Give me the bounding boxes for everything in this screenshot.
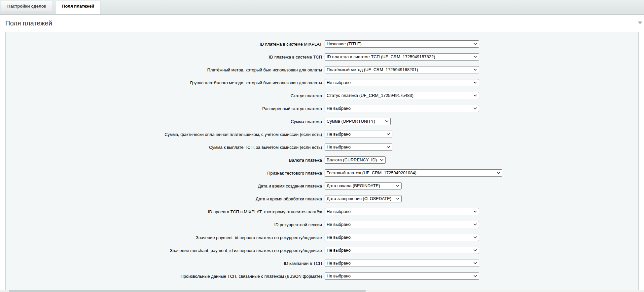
field-label: Расширенный статус платежа bbox=[6, 106, 325, 111]
field-select-wrap: Название (TITLE) bbox=[325, 40, 479, 48]
field-label: Платёжный метод, который был использован… bbox=[6, 67, 325, 72]
form-row: ID проекта ТСП в MIXPLAT, к которому отн… bbox=[6, 208, 638, 215]
field-select[interactable]: Дата начала (BEGINDATE) bbox=[325, 182, 402, 189]
collapse-section-icon[interactable] bbox=[638, 21, 642, 24]
horizontal-scrollbar-thumb[interactable] bbox=[9, 290, 366, 292]
field-select[interactable]: Не выбрано bbox=[325, 79, 479, 86]
tab-payment-fields[interactable]: Поля платежей bbox=[56, 1, 100, 14]
form-row: ID рекуррентной сессии Не выбрано bbox=[6, 221, 638, 228]
field-select[interactable]: Не выбрано bbox=[325, 208, 479, 215]
field-select-wrap: ID платежа в системе ТСП (UF_CRM_1725949… bbox=[325, 53, 479, 61]
field-select[interactable]: Не выбрано bbox=[325, 144, 392, 151]
field-label: Значение payment_id первого платежа по р… bbox=[6, 235, 325, 240]
form-rows-container: ID платежа в системе MIXPLAT Название (T… bbox=[6, 40, 638, 280]
field-select-wrap: Не выбрано bbox=[325, 221, 479, 228]
form-row: Группа платёжного метода, который был ис… bbox=[6, 79, 638, 86]
field-select-wrap: Не выбрано bbox=[325, 247, 479, 254]
field-label: Сумма к выплате ТСП, за вычетом комиссии… bbox=[6, 145, 325, 150]
field-select-wrap: Не выбрано bbox=[325, 144, 392, 151]
form-row: Значение payment_id первого платежа по р… bbox=[6, 234, 638, 241]
payment-fields-panel: ID платежа в системе MIXPLAT Название (T… bbox=[5, 32, 639, 292]
field-select[interactable]: Тестовый платеж (UF_CRM_1725949201084) bbox=[325, 169, 502, 177]
field-label: ID кампании в ТСП bbox=[6, 261, 325, 266]
field-select[interactable]: Не выбрано bbox=[325, 234, 479, 241]
page-title: Поля платежей bbox=[5, 15, 639, 27]
form-row: Сумма к выплате ТСП, за вычетом комиссии… bbox=[6, 144, 638, 151]
form-row: ID кампании в ТСП Не выбрано bbox=[6, 260, 638, 267]
tab-label: Поля платежей bbox=[62, 4, 94, 9]
form-row: Расширенный статус платежа Не выбрано bbox=[6, 105, 638, 112]
field-select-wrap: Валюта (CURRENCY_ID) bbox=[325, 156, 386, 164]
page-body: Поля платежей ID платежа в системе MIXPL… bbox=[0, 15, 644, 292]
form-row: ID платежа в системе MIXPLAT Название (T… bbox=[6, 40, 638, 48]
field-label: Произвольные данные ТСП, связанные с пла… bbox=[6, 274, 325, 279]
field-select[interactable]: Валюта (CURRENCY_ID) bbox=[325, 156, 386, 164]
form-row: Значение merchant_payment_id из первого … bbox=[6, 247, 638, 254]
field-label: Сумма платежа bbox=[6, 119, 325, 124]
field-select[interactable]: Сумма (OPPORTUNITY) bbox=[325, 118, 391, 125]
field-select-wrap: Не выбрано bbox=[325, 272, 479, 280]
form-row: Валюта платежа Валюта (CURRENCY_ID) bbox=[6, 156, 638, 164]
field-select[interactable]: Не выбрано bbox=[325, 260, 479, 267]
field-label: Дата и время создания платежа bbox=[6, 184, 325, 188]
field-label: ID рекуррентной сессии bbox=[6, 222, 325, 227]
field-select-wrap: Дата завершения (CLOSEDATE) bbox=[325, 195, 402, 202]
form-row: Дата и время обработки платежа Дата заве… bbox=[6, 195, 638, 202]
field-label: Валюта платежа bbox=[6, 158, 325, 163]
field-label: Признак тестового платежа bbox=[6, 171, 325, 176]
field-select-wrap: Не выбрано bbox=[325, 105, 479, 112]
field-select[interactable]: Статус платежа (UF_CRM_1725949175483) bbox=[325, 92, 479, 99]
form-row: Признак тестового платежа Тестовый плате… bbox=[6, 169, 638, 177]
field-select[interactable]: Не выбрано bbox=[325, 105, 479, 112]
field-label: Сумма, фактически оплаченная плательщико… bbox=[6, 132, 325, 137]
form-row: Платёжный метод, который был использован… bbox=[6, 66, 638, 73]
form-row: ID платежа в системе ТСП ID платежа в си… bbox=[6, 53, 638, 61]
tab-label: Настройки сделок bbox=[7, 4, 46, 9]
field-select-wrap: Сумма (OPPORTUNITY) bbox=[325, 118, 391, 125]
field-label: ID платежа в системе MIXPLAT bbox=[6, 42, 325, 47]
field-select[interactable]: Не выбрано bbox=[325, 131, 392, 138]
field-label: ID платежа в системе ТСП bbox=[6, 55, 325, 60]
field-select-wrap: Не выбрано bbox=[325, 131, 392, 138]
field-select[interactable]: Не выбрано bbox=[325, 221, 479, 228]
field-select[interactable]: Не выбрано bbox=[325, 272, 479, 280]
field-select[interactable]: Дата завершения (CLOSEDATE) bbox=[325, 195, 402, 202]
form-row: Статус платежа Статус платежа (UF_CRM_17… bbox=[6, 92, 638, 99]
section-header: Поля платежей bbox=[5, 15, 639, 32]
horizontal-scrollbar bbox=[0, 290, 644, 292]
field-select[interactable]: Платёжный метод (UF_CRM_1725949168201) bbox=[325, 66, 479, 73]
field-select-wrap: Статус платежа (UF_CRM_1725949175483) bbox=[325, 92, 479, 99]
field-select-wrap: Дата начала (BEGINDATE) bbox=[325, 182, 402, 189]
field-select[interactable]: Не выбрано bbox=[325, 247, 479, 254]
field-select-wrap: Не выбрано bbox=[325, 79, 479, 86]
tab-deal-settings[interactable]: Настройки сделок bbox=[1, 1, 52, 11]
tab-strip: Настройки сделок Поля платежей bbox=[0, 0, 644, 15]
field-label: Дата и время обработки платежа bbox=[6, 196, 325, 201]
form-row: Сумма, фактически оплаченная плательщико… bbox=[6, 131, 638, 138]
field-label: Значение merchant_payment_id из первого … bbox=[6, 248, 325, 253]
field-label: Статус платежа bbox=[6, 93, 325, 98]
form-row: Произвольные данные ТСП, связанные с пла… bbox=[6, 272, 638, 280]
field-select-wrap: Не выбрано bbox=[325, 234, 479, 241]
field-label: Группа платёжного метода, который был ис… bbox=[6, 80, 325, 85]
field-label: ID проекта ТСП в MIXPLAT, к которому отн… bbox=[6, 209, 325, 214]
field-select-wrap: Не выбрано bbox=[325, 260, 479, 267]
field-select-wrap: Тестовый платеж (UF_CRM_1725949201084) bbox=[325, 169, 502, 177]
field-select-wrap: Платёжный метод (UF_CRM_1725949168201) bbox=[325, 66, 479, 73]
field-select[interactable]: ID платежа в системе ТСП (UF_CRM_1725949… bbox=[325, 53, 479, 61]
field-select[interactable]: Название (TITLE) bbox=[325, 40, 479, 48]
field-select-wrap: Не выбрано bbox=[325, 208, 479, 215]
form-row: Дата и время создания платежа Дата начал… bbox=[6, 182, 638, 189]
form-row: Сумма платежа Сумма (OPPORTUNITY) bbox=[6, 118, 638, 125]
